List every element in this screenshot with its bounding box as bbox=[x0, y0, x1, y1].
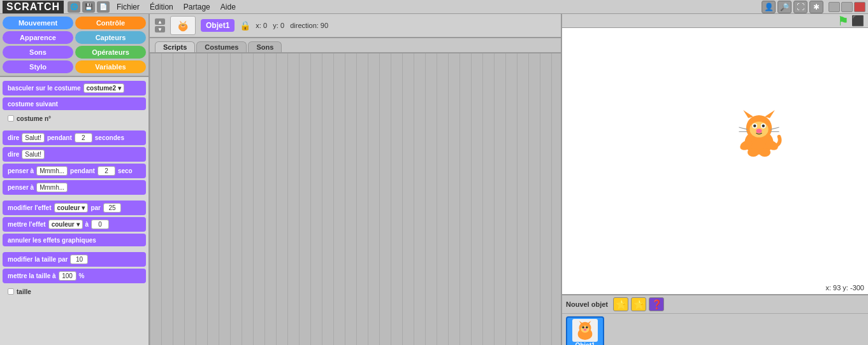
sprite-item-objet1[interactable]: Objet1 bbox=[566, 316, 604, 345]
search-icon[interactable]: 🔎 bbox=[778, 1, 792, 13]
tab-scripts[interactable]: Scripts bbox=[155, 41, 195, 52]
nav-down-arrow[interactable]: ▼ bbox=[155, 26, 165, 32]
block-label: costume suivant bbox=[8, 101, 58, 108]
menubar: SCRATCH 🌐 💾 📄 Fichier Édition Partage Ai… bbox=[0, 0, 868, 14]
block-penser[interactable]: penser à Mmmh... bbox=[3, 180, 146, 195]
costume-checkbox[interactable] bbox=[8, 115, 14, 122]
tab-sons[interactable]: Sons bbox=[248, 41, 282, 52]
svg-marker-3 bbox=[180, 20, 182, 23]
save-icon[interactable]: 💾 bbox=[82, 1, 95, 13]
stage-cat-sprite bbox=[730, 108, 788, 158]
fullscreen-icon[interactable]: ⛶ bbox=[793, 1, 807, 13]
svg-marker-14 bbox=[743, 110, 753, 118]
lock-icon[interactable]: 🔒 bbox=[240, 20, 250, 31]
block-dire[interactable]: dire Salut! bbox=[3, 147, 146, 162]
taille-checkbox[interactable] bbox=[8, 288, 14, 295]
costume-dropdown[interactable]: costume2 ▾ bbox=[83, 83, 124, 93]
effet-value-1[interactable]: 25 bbox=[103, 203, 121, 213]
category-stylo[interactable]: Stylo bbox=[3, 60, 73, 73]
user-controls: 👤 🔎 ⛶ ✱ bbox=[762, 1, 823, 13]
sprites-toolbar: Nouvel objet ⭐ ⭐ ❓ bbox=[562, 295, 868, 314]
category-apparence[interactable]: Apparence bbox=[3, 31, 73, 44]
effet-value-2[interactable]: 0 bbox=[91, 220, 109, 229]
stage-coords: x: 93 y: -300 bbox=[825, 284, 864, 292]
block-label: annuler les effets graphiques bbox=[8, 237, 96, 244]
stamp-sprite-button[interactable]: ⭐ bbox=[631, 297, 646, 311]
sprites-area: Nouvel objet ⭐ ⭐ ❓ bbox=[562, 294, 868, 345]
block-dire-timed[interactable]: dire Salut! pendant 2 secondes bbox=[3, 130, 146, 145]
menu-partage[interactable]: Partage bbox=[178, 0, 215, 14]
stage: x: 93 y: -300 bbox=[562, 28, 868, 294]
tab-costumes[interactable]: Costumes bbox=[196, 41, 247, 52]
help-sprite-button[interactable]: ❓ bbox=[649, 297, 664, 311]
dire-seconds-input[interactable]: 2 bbox=[75, 133, 92, 143]
penser-input-2[interactable]: Mmmh... bbox=[36, 183, 68, 192]
menu-fichier[interactable]: Fichier bbox=[112, 0, 145, 14]
taille-value-1[interactable]: 10 bbox=[70, 255, 88, 264]
svg-point-6 bbox=[183, 24, 184, 25]
block-label: taille bbox=[17, 288, 31, 295]
stop-button[interactable]: ⬛ bbox=[851, 15, 864, 27]
menu-aide[interactable]: Aide bbox=[215, 0, 241, 14]
category-controle[interactable]: Contrôle bbox=[75, 17, 146, 29]
block-label: costume n° bbox=[17, 115, 51, 122]
maximize-button[interactable] bbox=[841, 2, 853, 12]
category-mouvement[interactable]: Mouvement bbox=[3, 17, 73, 29]
penser-input-1[interactable]: Mmmh... bbox=[36, 166, 68, 176]
svg-point-35 bbox=[586, 327, 588, 328]
globe-icon[interactable]: 🌐 bbox=[68, 1, 80, 13]
block-label: secondes bbox=[95, 134, 124, 141]
effet-dropdown-2[interactable]: couleur ▾ bbox=[48, 220, 83, 229]
blocks-list: basculer sur le costume costume2 ▾ costu… bbox=[0, 77, 148, 345]
user-icon[interactable]: 👤 bbox=[762, 1, 776, 13]
object-thumbnail bbox=[170, 16, 196, 35]
dire-input-2[interactable]: Salut! bbox=[22, 150, 45, 159]
right-panel: ⚑ ⬛ bbox=[561, 14, 868, 345]
paint-sprite-button[interactable]: ⭐ bbox=[613, 297, 628, 311]
category-operateurs[interactable]: Opérateurs bbox=[75, 46, 146, 59]
object-name: Objet1 bbox=[201, 19, 235, 32]
sprite-name: Objet1 bbox=[575, 342, 595, 345]
block-costume-numero[interactable]: costume n° bbox=[3, 112, 146, 125]
block-mettre-taille[interactable]: mettre la taille à 100 % bbox=[3, 269, 146, 283]
block-label: mettre l'effet bbox=[8, 221, 46, 228]
object-header: ▲ ▼ Objet1 🔒 bbox=[150, 14, 561, 38]
green-flag-button[interactable]: ⚑ bbox=[837, 14, 849, 29]
tabs-bar: Scripts Costumes Sons bbox=[150, 38, 561, 53]
block-label: mettre la taille à bbox=[8, 272, 56, 279]
block-label: modifier l'effet bbox=[8, 204, 52, 211]
svg-point-10 bbox=[180, 27, 186, 31]
scratch-logo: SCRATCH bbox=[3, 1, 64, 13]
svg-point-27 bbox=[748, 148, 759, 157]
block-modifier-taille[interactable]: modifier la taille par 10 bbox=[3, 252, 146, 267]
close-button[interactable] bbox=[854, 2, 865, 12]
category-capteurs[interactable]: Capteurs bbox=[75, 31, 146, 44]
category-sons[interactable]: Sons bbox=[3, 46, 73, 59]
scripts-canvas[interactable] bbox=[150, 53, 561, 345]
svg-point-5 bbox=[182, 24, 183, 25]
minimize-button[interactable] bbox=[828, 2, 840, 12]
nav-up-arrow[interactable]: ▲ bbox=[155, 18, 165, 25]
settings-icon[interactable]: ✱ bbox=[809, 1, 823, 13]
svg-marker-33 bbox=[587, 321, 591, 324]
block-mettre-effet[interactable]: mettre l'effet couleur ▾ à 0 bbox=[3, 217, 146, 232]
block-label: penser à bbox=[8, 167, 34, 174]
stage-top-bar: ⚑ ⬛ bbox=[562, 14, 868, 28]
block-label: modifier la taille par bbox=[8, 256, 68, 263]
dire-input-1[interactable]: Salut! bbox=[22, 133, 45, 143]
effet-dropdown-1[interactable]: couleur ▾ bbox=[54, 203, 89, 213]
svg-point-19 bbox=[762, 125, 765, 128]
block-annuler-effets[interactable]: annuler les effets graphiques bbox=[3, 234, 146, 246]
file-icon[interactable]: 📄 bbox=[97, 1, 110, 13]
block-label: à bbox=[85, 221, 89, 228]
block-label: % bbox=[79, 272, 85, 279]
block-taille-checkbox[interactable]: taille bbox=[3, 285, 146, 298]
menu-edition[interactable]: Édition bbox=[145, 0, 178, 14]
block-modifier-effet[interactable]: modifier l'effet couleur ▾ par 25 bbox=[3, 201, 146, 215]
penser-seconds-input[interactable]: 2 bbox=[98, 166, 115, 176]
taille-value-2[interactable]: 100 bbox=[59, 271, 76, 281]
block-basculer-costume[interactable]: basculer sur le costume costume2 ▾ bbox=[3, 81, 146, 95]
block-penser-timed[interactable]: penser à Mmmh... pendant 2 seco bbox=[3, 164, 146, 178]
category-variables[interactable]: Variables bbox=[75, 60, 146, 73]
block-costume-suivant[interactable]: costume suivant bbox=[3, 97, 146, 110]
